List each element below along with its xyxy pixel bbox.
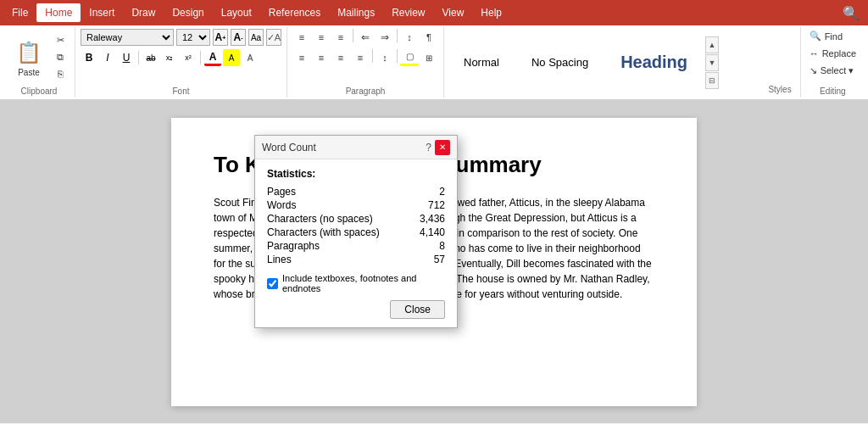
- cut-button[interactable]: ✂: [51, 32, 70, 47]
- dialog-help-button[interactable]: ?: [426, 142, 431, 153]
- align-center-button[interactable]: ≡: [312, 49, 331, 66]
- underline-button[interactable]: U: [118, 49, 135, 66]
- superscript-button[interactable]: x²: [180, 49, 197, 66]
- shading-button[interactable]: ▢: [400, 49, 419, 66]
- stats-label: Lines: [267, 253, 412, 266]
- stats-value: 57: [412, 253, 445, 266]
- include-textboxes-label: Include textboxes, footnotes and endnote…: [282, 273, 445, 293]
- clear-format-button[interactable]: ✓A: [266, 29, 281, 46]
- multilevel-button[interactable]: ≡: [331, 29, 350, 46]
- dialog-body: Statistics: Pages2Words712Characters (no…: [255, 159, 457, 327]
- replace-icon: ↔: [810, 48, 819, 59]
- replace-button[interactable]: ↔ Replace: [806, 47, 860, 60]
- tab-references[interactable]: References: [260, 3, 329, 22]
- close-dialog-button[interactable]: Close: [390, 300, 445, 319]
- tab-draw[interactable]: Draw: [123, 3, 164, 22]
- editing-group: 🔍 Find ↔ Replace ↘ Select ▾ Editing: [801, 27, 865, 98]
- tab-review[interactable]: Review: [383, 3, 433, 22]
- close-button-row: Close: [267, 300, 445, 319]
- shrink-font-button[interactable]: A-: [231, 29, 246, 46]
- dialog-title-bar: Word Count ? ✕: [255, 136, 457, 159]
- dialog-close-x-button[interactable]: ✕: [435, 140, 450, 155]
- statistics-table: Pages2Words712Characters (no spaces)3,43…: [267, 185, 445, 266]
- copy-button[interactable]: ⧉: [51, 49, 70, 64]
- styles-scroll-up[interactable]: ▲: [705, 36, 719, 53]
- format-painter-button[interactable]: ⎘: [51, 66, 70, 81]
- find-icon: 🔍: [810, 31, 821, 42]
- ribbon-tabs: File Home Insert Draw Design Layout Refe…: [0, 0, 868, 25]
- text-effect-button[interactable]: A: [242, 49, 259, 66]
- line-spacing-button[interactable]: ↕: [376, 49, 394, 66]
- italic-button[interactable]: I: [99, 49, 116, 66]
- clipboard-group: 📋 Paste ✂ ⧉ ⎘ Clipboard: [3, 27, 75, 98]
- stats-label: Characters (no spaces): [267, 212, 412, 226]
- para-sep-1: [353, 29, 353, 42]
- font-group-content: Raleway 12 A+ A- Aa ✓A B I U ab x₂: [81, 29, 281, 85]
- style-heading[interactable]: Heading: [606, 47, 702, 78]
- select-icon: ↘: [810, 65, 817, 76]
- align-left-button[interactable]: ≡: [292, 49, 311, 66]
- align-right-button[interactable]: ≡: [331, 49, 350, 66]
- font-top-row: Raleway 12 A+ A- Aa ✓A: [81, 29, 281, 46]
- decrease-indent-button[interactable]: ⇐: [356, 29, 375, 46]
- editing-group-label: Editing: [820, 85, 846, 96]
- justify-button[interactable]: ≡: [351, 49, 370, 66]
- highlight-button[interactable]: A: [223, 49, 240, 66]
- style-no-spacing[interactable]: No Spacing: [517, 50, 603, 75]
- styles-group: Normal No Spacing Heading ▲ ▼ ⊟ Styles: [444, 27, 801, 98]
- font-family-select[interactable]: Raleway: [81, 29, 174, 46]
- dialog-title: Word Count: [262, 142, 316, 153]
- styles-scroll-down[interactable]: ▼: [705, 54, 719, 71]
- stats-value: 2: [412, 185, 445, 198]
- grow-font-button[interactable]: A+: [213, 29, 228, 46]
- paste-button[interactable]: 📋 Paste: [8, 34, 49, 81]
- show-marks-button[interactable]: ¶: [420, 29, 438, 46]
- para-sep-3: [372, 49, 373, 63]
- paste-icon: 📋: [14, 37, 44, 68]
- ribbon-search-icon[interactable]: 🔍: [837, 5, 865, 21]
- find-button[interactable]: 🔍 Find: [806, 29, 846, 43]
- stats-row: Words712: [267, 198, 445, 212]
- bold-button[interactable]: B: [81, 49, 97, 66]
- styles-scroll-buttons: ▲ ▼ ⊟: [705, 36, 719, 89]
- font-size-select[interactable]: 12: [176, 29, 210, 46]
- para-sep-4: [397, 49, 398, 63]
- borders-button[interactable]: ⊞: [420, 49, 438, 66]
- dialog-controls: ? ✕: [426, 140, 450, 155]
- styles-group-label: Styles: [768, 85, 794, 96]
- tab-layout[interactable]: Layout: [213, 3, 260, 22]
- change-case-button[interactable]: Aa: [248, 29, 264, 46]
- find-label: Find: [825, 31, 843, 42]
- include-textboxes-checkbox[interactable]: [267, 278, 278, 289]
- tab-home[interactable]: Home: [36, 3, 81, 22]
- strikethrough-button[interactable]: ab: [142, 49, 159, 66]
- include-checkbox-row: Include textboxes, footnotes and endnote…: [267, 273, 445, 293]
- font-color-button[interactable]: A: [204, 49, 221, 66]
- tab-design[interactable]: Design: [164, 3, 212, 22]
- font-bottom-row: B I U ab x₂ x² A A A: [81, 49, 259, 66]
- tab-insert[interactable]: Insert: [81, 3, 123, 22]
- document-area: To Kill a Mockingbird Summary Scout Finc…: [0, 101, 868, 423]
- stats-label: Characters (with spaces): [267, 226, 412, 239]
- ribbon-content: 📋 Paste ✂ ⧉ ⎘ Clipboard Raleway: [0, 25, 868, 100]
- stats-row: Pages2: [267, 185, 445, 198]
- stats-value: 712: [412, 198, 445, 212]
- select-button[interactable]: ↘ Select ▾: [806, 64, 858, 78]
- sort-button[interactable]: ↕: [400, 29, 419, 46]
- styles-items: Normal No Spacing Heading ▲ ▼ ⊟: [449, 29, 768, 96]
- tab-file[interactable]: File: [3, 3, 36, 22]
- statistics-label: Statistics:: [267, 168, 445, 180]
- style-normal[interactable]: Normal: [449, 50, 514, 75]
- font-separator-2: [200, 51, 201, 64]
- paragraph-group-content: ≡ ≡ ≡ ⇐ ⇒ ↕ ¶ ≡ ≡ ≡ ≡ ↕: [292, 29, 438, 85]
- clipboard-group-content: 📋 Paste ✂ ⧉ ⎘: [8, 29, 70, 85]
- bullets-button[interactable]: ≡: [292, 29, 311, 46]
- subscript-button[interactable]: x₂: [161, 49, 178, 66]
- tab-mailings[interactable]: Mailings: [329, 3, 383, 22]
- styles-expand[interactable]: ⊟: [705, 72, 719, 89]
- tab-help[interactable]: Help: [472, 3, 510, 22]
- increase-indent-button[interactable]: ⇒: [376, 29, 394, 46]
- numbering-button[interactable]: ≡: [312, 29, 331, 46]
- tab-view[interactable]: View: [434, 3, 473, 22]
- paste-label: Paste: [18, 68, 40, 77]
